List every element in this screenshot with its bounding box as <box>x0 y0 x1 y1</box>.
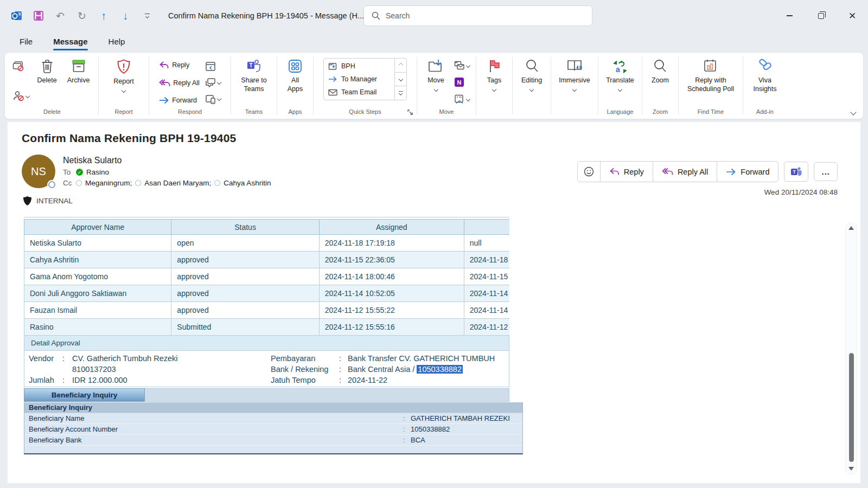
redo-icon[interactable]: ↻ <box>75 9 89 23</box>
report-button[interactable]: Report <box>109 56 138 92</box>
cc-recipient[interactable]: Cahya Ashritin <box>224 179 271 187</box>
close-button[interactable]: ✕ <box>837 0 868 31</box>
search-input[interactable]: Search <box>363 5 592 26</box>
share-to-teams-header-button[interactable]: T <box>784 162 808 182</box>
ribbon-group-move: Move N Move <box>417 55 476 118</box>
group-label-move: Move <box>439 106 454 118</box>
vertical-scrollbar[interactable] <box>845 222 857 474</box>
onenote-icon[interactable]: N <box>452 75 472 89</box>
ribbon-group-quick-steps: BPH To Manager Team Email <box>314 55 417 118</box>
cc-recipient[interactable]: Meganingrum; <box>85 179 132 187</box>
reply-all-button-header[interactable]: Reply All <box>653 162 717 182</box>
cc-recipient[interactable]: Asan Daeri Maryam; <box>144 179 211 187</box>
svg-text:a: a <box>616 65 620 74</box>
ribbon-group-language: a Translate Language <box>598 55 642 118</box>
reaction-button[interactable] <box>578 162 601 182</box>
table-row: Netiska Sularto open 2024-11-18 17:19:18… <box>24 235 510 252</box>
immersive-button[interactable]: Immersive <box>554 56 595 91</box>
quick-step-bph[interactable]: BPH <box>328 62 390 70</box>
reply-with-im-icon[interactable] <box>203 76 223 89</box>
col-assigned: Assigned <box>319 220 464 235</box>
tab-help[interactable]: Help <box>102 35 132 48</box>
ribbon-tabs: File Message Help <box>0 31 868 51</box>
customize-qat-icon[interactable] <box>140 9 154 23</box>
ignore-icon[interactable] <box>10 59 31 73</box>
message-subject: Confirm Nama Rekening BPH 19-19405 <box>8 132 860 145</box>
quick-steps-dialog-launcher-icon[interactable] <box>407 110 413 115</box>
scheduling-poll-button[interactable]: Reply with Scheduling Poll <box>683 56 738 93</box>
jumlah-value: IDR 12.000.000 <box>72 376 271 384</box>
viva-insights-button[interactable]: Viva Insights <box>749 56 781 93</box>
reply-icon <box>609 168 620 176</box>
translate-button[interactable]: a Translate <box>602 56 639 91</box>
group-label-apps: Apps <box>288 106 302 118</box>
delete-button[interactable]: Delete <box>33 56 62 85</box>
move-button[interactable]: Move <box>422 56 451 91</box>
undo-icon[interactable]: ↶ <box>53 9 67 23</box>
svg-text:N: N <box>457 79 461 86</box>
group-label-quick-steps: Quick Steps <box>349 106 381 118</box>
teams-icon: T <box>246 59 262 74</box>
viva-insights-icon <box>757 59 773 74</box>
ribbon-group-editing: Editing <box>513 55 551 118</box>
quick-steps-scroll-up[interactable] <box>395 59 406 73</box>
editing-button[interactable]: Editing <box>517 56 546 91</box>
bank-rekening-value: Bank Central Asia / 1050338882 <box>348 365 495 374</box>
quick-steps-more[interactable] <box>395 86 406 100</box>
scroll-up-icon[interactable] <box>848 226 854 230</box>
ribbon-group-immersive: Immersive <box>551 55 598 118</box>
search-placeholder: Search <box>386 11 410 20</box>
forward-button-header[interactable]: Forward <box>717 162 778 182</box>
tags-button[interactable]: Tags <box>480 56 509 91</box>
bank-rekening-label: Bank / Rekening <box>271 365 339 374</box>
meeting-reply-icon[interactable] <box>203 59 223 73</box>
sender-avatar[interactable]: NS <box>22 155 55 188</box>
save-icon[interactable] <box>31 9 46 23</box>
ribbon: Delete Archive Delete Report Report <box>4 52 864 119</box>
reply-button-header[interactable]: Reply <box>601 162 653 182</box>
quick-step-team-email[interactable]: Team Email <box>328 88 390 96</box>
block-sender-icon[interactable] <box>10 88 31 104</box>
tab-file[interactable]: File <box>13 35 39 48</box>
zoom-button[interactable]: Zoom <box>646 56 675 85</box>
quick-step-to-manager[interactable]: To Manager <box>328 75 390 83</box>
tab-message[interactable]: Message <box>47 35 94 48</box>
beneficiary-inquiry-tab[interactable]: Beneficiary Inquiry <box>24 388 145 402</box>
cc-circle-icon <box>135 180 141 186</box>
forward-button[interactable]: Forward <box>157 95 202 106</box>
sender-name[interactable]: Netiska Sularto <box>63 156 271 165</box>
rules-icon[interactable] <box>452 59 472 72</box>
collapse-ribbon-icon[interactable] <box>850 109 856 115</box>
vendor-account: 8100137203 <box>72 365 271 374</box>
forward-icon <box>726 168 736 176</box>
scrollbar-thumb[interactable] <box>849 353 854 462</box>
outlook-logo-icon <box>10 9 24 23</box>
all-apps-button[interactable]: All Apps <box>280 56 310 93</box>
translate-icon: a <box>612 59 628 74</box>
reply-button[interactable]: Reply <box>157 59 202 71</box>
pembayaran-label: Pembayaran <box>271 354 339 363</box>
group-label-language: Language <box>607 106 634 118</box>
arrow-right-icon <box>328 76 337 82</box>
move-down-icon[interactable]: ↓ <box>118 9 132 23</box>
cc-circle-icon <box>76 180 82 186</box>
reply-all-button[interactable]: Reply All <box>157 77 202 89</box>
jumlah-label: Jumlah <box>29 376 62 384</box>
archive-button[interactable]: Archive <box>63 56 94 85</box>
to-recipient[interactable]: Rasino <box>86 168 109 176</box>
internal-label: INTERNAL <box>36 197 73 205</box>
share-to-teams-button[interactable]: T Share to Teams <box>237 56 271 93</box>
scroll-down-icon[interactable] <box>848 467 854 471</box>
forward-icon <box>159 97 169 104</box>
envelope-icon <box>328 89 337 96</box>
more-actions-button[interactable]: ... <box>814 162 838 181</box>
actions-icon[interactable] <box>452 93 472 106</box>
minimize-button[interactable] <box>774 0 805 31</box>
quick-steps-scroll-down[interactable] <box>395 73 406 87</box>
reply-all-icon <box>662 168 673 176</box>
move-folder-icon <box>427 59 445 74</box>
move-up-icon[interactable]: ↑ <box>97 9 111 23</box>
restore-button[interactable] <box>805 0 837 31</box>
quick-steps-gallery: BPH To Manager Team Email <box>323 58 407 100</box>
reply-mobile-icon[interactable] <box>203 92 223 106</box>
